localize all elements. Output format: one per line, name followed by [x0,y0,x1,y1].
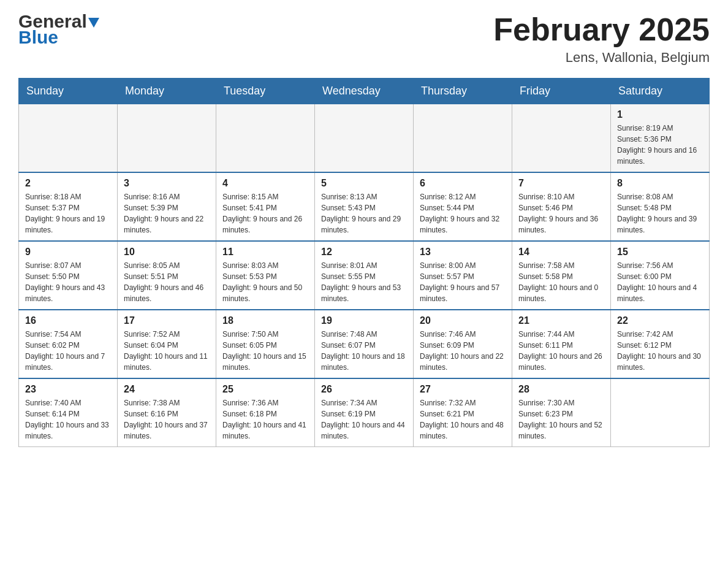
calendar-cell [315,104,414,173]
calendar-cell [512,104,611,173]
day-info: Sunrise: 7:56 AM Sunset: 6:00 PM Dayligh… [617,260,703,304]
calendar-cell: 11Sunrise: 8:03 AM Sunset: 5:53 PM Dayli… [216,241,315,310]
day-header-friday: Friday [512,79,611,104]
day-number: 19 [321,315,407,326]
calendar-cell: 25Sunrise: 7:36 AM Sunset: 6:18 PM Dayli… [216,378,315,447]
day-number: 17 [124,315,210,326]
day-info: Sunrise: 7:32 AM Sunset: 6:21 PM Dayligh… [420,397,506,442]
day-number: 10 [124,247,210,258]
day-number: 16 [25,315,111,326]
day-header-sunday: Sunday [19,79,118,104]
calendar-cell: 8Sunrise: 8:08 AM Sunset: 5:48 PM Daylig… [611,172,710,241]
day-number: 12 [321,247,407,258]
calendar-cell: 26Sunrise: 7:34 AM Sunset: 6:19 PM Dayli… [315,378,414,447]
day-info: Sunrise: 7:34 AM Sunset: 6:19 PM Dayligh… [321,397,407,442]
calendar-table: SundayMondayTuesdayWednesdayThursdayFrid… [18,78,710,447]
calendar-cell: 3Sunrise: 8:16 AM Sunset: 5:39 PM Daylig… [118,172,216,241]
calendar-cell: 6Sunrise: 8:12 AM Sunset: 5:44 PM Daylig… [414,172,512,241]
calendar-cell: 18Sunrise: 7:50 AM Sunset: 6:05 PM Dayli… [216,310,315,378]
calendar-cell [19,104,118,173]
month-title: February 2025 [493,12,710,47]
day-info: Sunrise: 7:38 AM Sunset: 6:16 PM Dayligh… [124,397,210,442]
calendar-cell: 21Sunrise: 7:44 AM Sunset: 6:11 PM Dayli… [512,310,611,378]
calendar-cell: 19Sunrise: 7:48 AM Sunset: 6:07 PM Dayli… [315,310,414,378]
day-number: 8 [617,178,703,189]
calendar-cell: 16Sunrise: 7:54 AM Sunset: 6:02 PM Dayli… [19,310,118,378]
day-number: 7 [518,178,604,189]
day-info: Sunrise: 7:42 AM Sunset: 6:12 PM Dayligh… [617,329,703,373]
day-number: 14 [518,247,604,258]
calendar-cell: 7Sunrise: 8:10 AM Sunset: 5:46 PM Daylig… [512,172,611,241]
day-number: 2 [25,178,111,189]
day-info: Sunrise: 7:40 AM Sunset: 6:14 PM Dayligh… [25,397,111,442]
calendar-cell: 9Sunrise: 8:07 AM Sunset: 5:50 PM Daylig… [19,241,118,310]
day-info: Sunrise: 8:05 AM Sunset: 5:51 PM Dayligh… [124,260,210,304]
day-number: 11 [222,247,308,258]
calendar-cell [216,104,315,173]
day-number: 15 [617,247,703,258]
calendar-cell: 13Sunrise: 8:00 AM Sunset: 5:57 PM Dayli… [414,241,512,310]
day-header-tuesday: Tuesday [216,79,315,104]
day-info: Sunrise: 7:50 AM Sunset: 6:05 PM Dayligh… [222,329,308,373]
day-number: 21 [518,315,604,326]
day-number: 4 [222,178,308,189]
day-number: 26 [321,384,407,395]
calendar-cell: 22Sunrise: 7:42 AM Sunset: 6:12 PM Dayli… [611,310,710,378]
day-header-monday: Monday [118,79,216,104]
day-number: 18 [222,315,308,326]
calendar-cell: 20Sunrise: 7:46 AM Sunset: 6:09 PM Dayli… [414,310,512,378]
day-info: Sunrise: 8:03 AM Sunset: 5:53 PM Dayligh… [222,260,308,304]
day-info: Sunrise: 7:30 AM Sunset: 6:23 PM Dayligh… [518,397,604,442]
title-section: February 2025 Lens, Wallonia, Belgium [493,12,710,66]
day-number: 25 [222,384,308,395]
day-info: Sunrise: 7:58 AM Sunset: 5:58 PM Dayligh… [518,260,604,304]
day-number: 23 [25,384,111,395]
calendar-week-row: 9Sunrise: 8:07 AM Sunset: 5:50 PM Daylig… [19,241,710,310]
day-info: Sunrise: 8:13 AM Sunset: 5:43 PM Dayligh… [321,191,407,236]
day-info: Sunrise: 8:12 AM Sunset: 5:44 PM Dayligh… [420,191,506,236]
day-header-saturday: Saturday [611,79,710,104]
day-info: Sunrise: 7:48 AM Sunset: 6:07 PM Dayligh… [321,329,407,373]
page-header: General Blue February 2025 Lens, Walloni… [18,12,710,66]
calendar-cell: 15Sunrise: 7:56 AM Sunset: 6:00 PM Dayli… [611,241,710,310]
calendar-header-row: SundayMondayTuesdayWednesdayThursdayFrid… [19,79,710,104]
calendar-cell: 5Sunrise: 8:13 AM Sunset: 5:43 PM Daylig… [315,172,414,241]
logo: General Blue [18,12,100,47]
calendar-cell: 12Sunrise: 8:01 AM Sunset: 5:55 PM Dayli… [315,241,414,310]
calendar-week-row: 16Sunrise: 7:54 AM Sunset: 6:02 PM Dayli… [19,310,710,378]
calendar-cell: 17Sunrise: 7:52 AM Sunset: 6:04 PM Dayli… [118,310,216,378]
calendar-cell: 28Sunrise: 7:30 AM Sunset: 6:23 PM Dayli… [512,378,611,447]
calendar-cell: 4Sunrise: 8:15 AM Sunset: 5:41 PM Daylig… [216,172,315,241]
calendar-cell: 2Sunrise: 8:18 AM Sunset: 5:37 PM Daylig… [19,172,118,241]
calendar-cell: 24Sunrise: 7:38 AM Sunset: 6:16 PM Dayli… [118,378,216,447]
day-info: Sunrise: 8:16 AM Sunset: 5:39 PM Dayligh… [124,191,210,236]
day-header-wednesday: Wednesday [315,79,414,104]
day-number: 9 [25,247,111,258]
calendar-cell: 27Sunrise: 7:32 AM Sunset: 6:21 PM Dayli… [414,378,512,447]
day-number: 3 [124,178,210,189]
day-number: 28 [518,384,604,395]
day-info: Sunrise: 8:18 AM Sunset: 5:37 PM Dayligh… [25,191,111,236]
day-info: Sunrise: 7:36 AM Sunset: 6:18 PM Dayligh… [222,397,308,442]
calendar-week-row: 2Sunrise: 8:18 AM Sunset: 5:37 PM Daylig… [19,172,710,241]
day-number: 20 [420,315,506,326]
day-info: Sunrise: 8:10 AM Sunset: 5:46 PM Dayligh… [518,191,604,236]
calendar-cell [414,104,512,173]
calendar-cell: 14Sunrise: 7:58 AM Sunset: 5:58 PM Dayli… [512,241,611,310]
day-number: 1 [617,109,703,120]
calendar-cell [611,378,710,447]
day-number: 27 [420,384,506,395]
day-info: Sunrise: 7:54 AM Sunset: 6:02 PM Dayligh… [25,329,111,373]
day-info: Sunrise: 8:19 AM Sunset: 5:36 PM Dayligh… [617,123,703,167]
day-number: 22 [617,315,703,326]
calendar-week-row: 23Sunrise: 7:40 AM Sunset: 6:14 PM Dayli… [19,378,710,447]
day-header-thursday: Thursday [414,79,512,104]
day-info: Sunrise: 8:00 AM Sunset: 5:57 PM Dayligh… [420,260,506,304]
calendar-cell: 23Sunrise: 7:40 AM Sunset: 6:14 PM Dayli… [19,378,118,447]
day-info: Sunrise: 7:44 AM Sunset: 6:11 PM Dayligh… [518,329,604,373]
calendar-week-row: 1Sunrise: 8:19 AM Sunset: 5:36 PM Daylig… [19,104,710,173]
day-number: 5 [321,178,407,189]
day-number: 24 [124,384,210,395]
calendar-cell [118,104,216,173]
day-info: Sunrise: 8:15 AM Sunset: 5:41 PM Dayligh… [222,191,308,236]
